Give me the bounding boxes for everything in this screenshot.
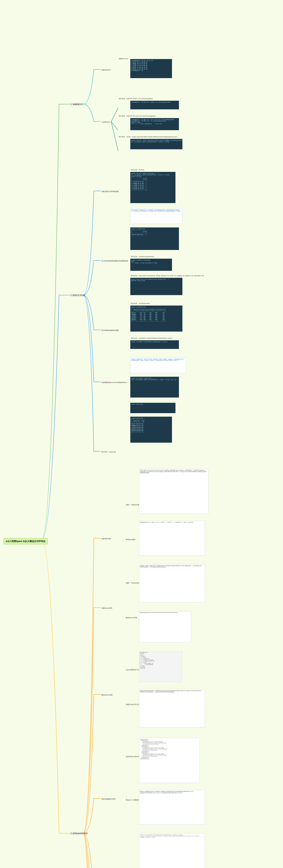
branch-2-label[interactable]: 2. 使用交互式实现 (69, 294, 86, 297)
node-upload-hdfs[interactable]: 上传到HDFS (101, 121, 111, 124)
ide-new-project: New Project ━━━━━━━━━━━━━━━━━━━━━━━━━━━ … (139, 469, 208, 514)
terminal-mkdir: [root@master ~]# hdfs dfs -mkdir -p /sco… (130, 101, 179, 110)
node-create-local[interactable]: 创建本地文件 (101, 69, 112, 71)
node-dfshow-cmd: 执行命令：df.show (130, 168, 145, 172)
ide-pom-xml: <dependencies> <dependency> <groupId>org… (139, 738, 200, 783)
node-define-case-class[interactable]: 导入隐式转换将数据帧转成成绩数据集 (101, 259, 129, 262)
terminal-printschema: scala> scoreDS.printSchema root |-- valu… (130, 259, 172, 271)
ide-project-structure: Project Structure Modules > SparkSQLScor… (139, 689, 205, 727)
node-printschema: 执行命令：scoreDS.printSchema (130, 255, 155, 258)
node-maven-storage[interactable]: 图改Maven存储 (101, 693, 113, 696)
node-cmd-mkdir: 执行命令：hdfs dfs -mkdir -p /scoresumavg/inp… (118, 97, 153, 100)
root-node[interactable]: 4.8.2 利用Spark SQL计算总分与平均分 (3, 538, 48, 545)
node-scoreds2-show: 执行命令：scoreDS2.show (130, 302, 150, 305)
node-case-class-cmd: 执行命令：case class Score(name: String, chin… (130, 274, 204, 277)
ide-scala-setup: <build> <sourceDirectory>src/main/scala<… (139, 833, 205, 868)
node-cmd-put: 执行命令：hdfs dfs -put score.txt /scoresumav… (118, 115, 157, 118)
node-modify-source: 修改Source目录 (125, 616, 138, 619)
code-sql-query: val sql2 = spark.sql( """ SELECT name , … (130, 358, 186, 373)
branch-1-label[interactable]: 1. 准备数据文件 (69, 103, 84, 106)
node-createview-cmd: 执行命令：scoreDS2.createOrReplaceTempView("t… (130, 337, 173, 340)
node-pom-config[interactable]: 例化其他配置与管理 (101, 798, 116, 801)
node-create-score-txt: 创建score.txt (118, 57, 129, 60)
ide-file-tree-1: SparkSQLScore ├─.idea ├─src │ ├─main │ │… (139, 651, 182, 682)
terminal-dfshow: scala> val df = spark.read.text("...") d… (130, 172, 175, 203)
branch-3-label[interactable]: 3. 使用SparkSQL完成 (69, 832, 88, 835)
ide-maven-settings: Settings > Build > Build Tools > Maven M… (139, 564, 205, 602)
terminal-sql-exec: scala> val sql2 = spark.sql(...) sql2: o… (130, 377, 179, 398)
ide-maven-reload: Maven ▸ SparkSQLScore ▸ Lifecycle ▸ Plug… (139, 790, 205, 825)
terminal-final-result: scala> sql2.show +------+---+-----+ | na… (130, 416, 172, 443)
node-register-temp[interactable]: 将成绩数据集scoreS2注册临时表Sco (101, 381, 128, 384)
file-tree-text: SparkSQLScore ├─.idea ├─src │ ├─main │ │… (140, 652, 155, 669)
terminal-case-class: scala> case class Score(name:String,chin… (130, 278, 182, 295)
node-create-tempview[interactable]: 基于数据集创建临时视图 (101, 329, 119, 332)
node-set-source[interactable]: 创建Maven项目 (101, 607, 113, 610)
terminal-sql2: scala> sql2.show (130, 403, 175, 413)
ide-project-created: SparkSQLScore ├─ .idea ├─ src │ ├─ main … (139, 521, 205, 556)
terminal-createview: scala> scoreDS2.createOrReplaceTempView(… (130, 340, 179, 349)
code-map-transform: val scoreDS = df.map( row => { val field… (130, 208, 182, 224)
terminal-put: [root@master ~]# hdfs dfs -put score.txt… (130, 118, 179, 130)
ide-mark-source: Mark Directory as ▸ Sources Root Test So… (139, 611, 191, 642)
terminal-scoreds2: scala> scoreDS2.show +------+-------+---… (130, 306, 182, 332)
terminal-map-result: scala> scoreDS.show +-------------------… (130, 227, 179, 250)
terminal-readtext: scala> val df = spark.read.text("hdfs://… (130, 139, 182, 149)
node-create-project[interactable]: 创建项目结构 (101, 537, 112, 540)
pom-content: <dependencies> <dependency> <groupId>org… (140, 739, 167, 759)
node-read-file-df[interactable]: 读取成绩文件得到数据帧 (101, 190, 119, 193)
node-click-next: 单击Next按钮 (125, 538, 136, 541)
terminal-score-txt: [root@master ~]# cat score.txt 1 张三丰 90 … (130, 59, 172, 78)
node-run-sql[interactable]: 执行命令：spark.sql (101, 451, 116, 454)
node-cmd-readtext: 执行命令：val df = spark.read.text("hdfs://ma… (118, 135, 178, 138)
